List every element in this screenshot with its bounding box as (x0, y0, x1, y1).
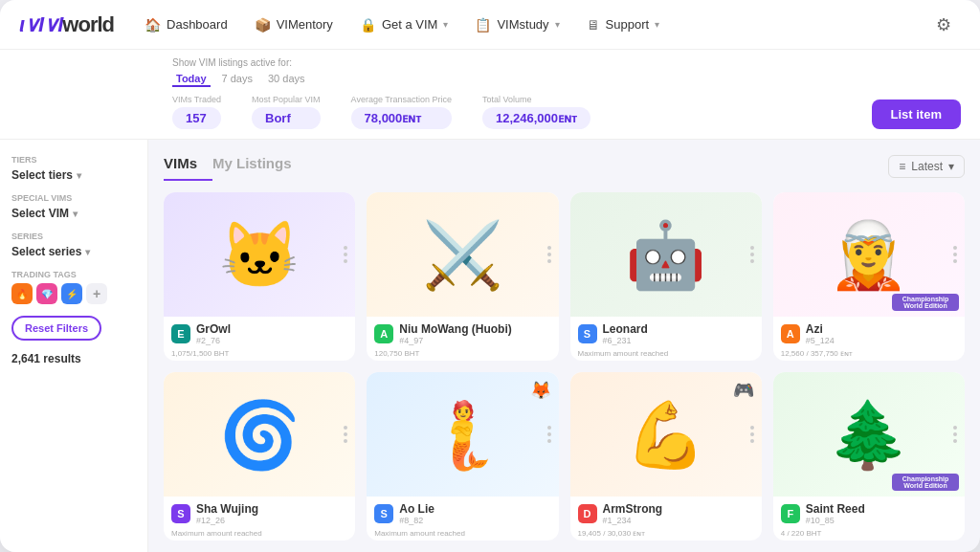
tag-add[interactable]: + (86, 283, 107, 304)
vim-letter: E (171, 324, 190, 343)
card-image: ⚔️ (367, 192, 558, 317)
dot (547, 246, 551, 250)
reset-filters-button[interactable]: Reset Filters (11, 316, 101, 341)
tag-gem[interactable]: 💎 (36, 283, 57, 304)
progress-container: 4 / 220 ВНТ (781, 529, 957, 541)
tag-bolt[interactable]: ⚡ (61, 283, 82, 304)
tags-container: 🔥 💎 ⚡ + (11, 283, 136, 304)
card-menu-dots[interactable] (547, 246, 551, 263)
chevron-down-icon: ▾ (443, 19, 448, 30)
vim-name: Sha Wujing (196, 502, 258, 516)
card-menu-dots[interactable] (547, 426, 551, 443)
tag-fire[interactable]: 🔥 (11, 283, 33, 304)
series-select[interactable]: Select series ▾ (11, 245, 136, 258)
item-card-leonard[interactable]: 🤖 S Leonard #6_231 Maximum amount reache… (570, 192, 762, 361)
card-image: 💪 🎮 (570, 372, 762, 497)
monitor-icon: 🖥 (587, 17, 600, 33)
card-name-row: F Saint Reed #10_85 (781, 502, 957, 525)
vim-letter: A (781, 324, 800, 343)
progress-container: 120,750 ВНТ (374, 349, 550, 361)
vim-sub: #2_76 (196, 336, 231, 345)
progress-label: 4 / 220 ВНТ (781, 529, 822, 538)
stat-popular-vim: Most Popular VIM Borf (252, 95, 321, 129)
item-card-armstrong[interactable]: 💪 🎮 D ArmStrong #1_234 19,405 / 30,030 ᴇ… (570, 372, 762, 541)
card-badge: Championship World Edition (892, 294, 959, 311)
tab-my-listings[interactable]: My Listings (212, 151, 307, 181)
time-filter-today[interactable]: Today (172, 72, 211, 87)
card-image: 🧜 🦊 (367, 372, 558, 497)
settings-button[interactable]: ⚙ (926, 8, 961, 42)
card-character: 🌀 (219, 402, 301, 467)
dot (750, 432, 754, 436)
vim-letter: D (578, 504, 597, 523)
stat-total-volume: Total Volume 12,246,000ᴇɴт (482, 95, 590, 129)
tabs-row: VIMs My Listings ≡ Latest ▾ (164, 151, 965, 181)
tiers-select[interactable]: Select tiers ▾ (11, 168, 136, 182)
nav-vimstudy[interactable]: 📋 VIMstudy ▾ (463, 11, 570, 38)
list-item-button[interactable]: List item (872, 99, 961, 129)
nav-dashboard[interactable]: 🏠 Dashboard (133, 11, 239, 38)
vim-sub: #4_97 (399, 336, 512, 345)
items-grid: 🐱 E GrOwl #2_76 1,075/1,500 ВНТ (164, 192, 965, 541)
item-card-niu-mowang[interactable]: ⚔️ A Niu MoWang (Huobi) #4_97 120,750 ВН… (367, 192, 558, 361)
card-menu-dots[interactable] (953, 246, 957, 263)
card-menu-dots[interactable] (750, 246, 754, 263)
time-filters: Today 7 days 30 days (172, 72, 961, 87)
dot (344, 253, 347, 256)
vim-letter: S (374, 504, 393, 523)
time-filter-30days[interactable]: 30 days (264, 72, 309, 87)
tab-vims[interactable]: VIMs (164, 151, 212, 181)
results-count: 2,641 results (11, 352, 136, 365)
dot (547, 259, 551, 263)
special-vim-select[interactable]: Select VIM ▾ (11, 207, 136, 220)
logo[interactable]: ι∨Ι∨Ιworld (19, 12, 114, 37)
navbar: ι∨Ι∨Ιworld 🏠 Dashboard 📦 VIMentory 🔒 Get… (0, 0, 980, 50)
main-content: TIERS Select tiers ▾ SPECIAL VIMs Select… (0, 140, 980, 552)
card-menu-dots[interactable] (344, 246, 347, 263)
special-caret: ▾ (73, 209, 78, 219)
card-name-row: S Sha Wujing #12_26 (171, 502, 347, 525)
max-reached-label: Maximum amount reached (171, 529, 262, 538)
sort-button[interactable]: ≡ Latest ▾ (888, 155, 965, 178)
item-card-saint-reed[interactable]: 🌲 Championship World Edition F Saint Ree… (773, 372, 965, 541)
dot (344, 439, 347, 443)
item-card-sha-wujing[interactable]: 🌀 S Sha Wujing #12_26 Maximum amount rea… (164, 372, 355, 541)
filter-special: SPECIAL VIMs Select VIM ▾ (11, 193, 136, 220)
dot (547, 253, 551, 256)
progress-label: 1,075/1,500 ВНТ (171, 349, 229, 358)
progress-label: 120,750 ВНТ (374, 349, 419, 358)
lock-icon: 🔒 (360, 17, 376, 33)
vim-sub: #5_124 (806, 336, 835, 345)
card-menu-dots[interactable] (750, 426, 754, 443)
nav-get-vim[interactable]: 🔒 Get a VIM ▾ (348, 11, 460, 38)
item-card-growl[interactable]: 🐱 E GrOwl #2_76 1,075/1,500 ВНТ (164, 192, 355, 361)
progress-container: 19,405 / 30,030 ᴇɴт (578, 529, 754, 541)
card-character: 🧜 (422, 402, 503, 467)
item-card-azi[interactable]: 🧝 Championship World Edition A Azi #5_12… (773, 192, 965, 361)
card-menu-dots[interactable] (953, 426, 957, 443)
vim-sub: #1_234 (603, 516, 663, 525)
card-menu-dots[interactable] (344, 426, 347, 443)
vim-letter: F (781, 504, 800, 523)
filter-series: SERIES Select series ▾ (11, 232, 136, 258)
max-reached-label: Maximum amount reached (578, 349, 669, 358)
card-info: S Leonard #6_231 Maximum amount reached … (570, 317, 762, 361)
card-image: 🐱 (164, 192, 355, 317)
card-character: ⚔️ (422, 222, 503, 287)
stats-show-label: Show VIM listings active for: (172, 57, 961, 68)
item-card-ao-lie[interactable]: 🧜 🦊 S Ao Lie #8_82 Maximum amount reache… (367, 372, 558, 541)
card-name-row: A Niu MoWang (Huobi) #4_97 (374, 322, 550, 345)
dot (953, 253, 957, 256)
nav-support[interactable]: 🖥 Support ▾ (575, 11, 672, 38)
card-info: S Ao Lie #8_82 Maximum amount reached Cu… (367, 497, 558, 541)
vim-sub: #10_85 (806, 516, 865, 525)
sort-icon: ≡ (899, 160, 905, 173)
nav-vimentory[interactable]: 📦 VIMentory (243, 11, 345, 38)
series-caret: ▾ (85, 247, 90, 257)
dot (750, 439, 754, 443)
time-filter-7days[interactable]: 7 days (218, 72, 256, 87)
card-character: 🤖 (625, 222, 706, 287)
filter-tags: TRADING TAGS 🔥 💎 ⚡ + (11, 270, 136, 304)
card-character: 💪 (625, 402, 706, 467)
card-name-row: E GrOwl #2_76 (171, 322, 347, 345)
